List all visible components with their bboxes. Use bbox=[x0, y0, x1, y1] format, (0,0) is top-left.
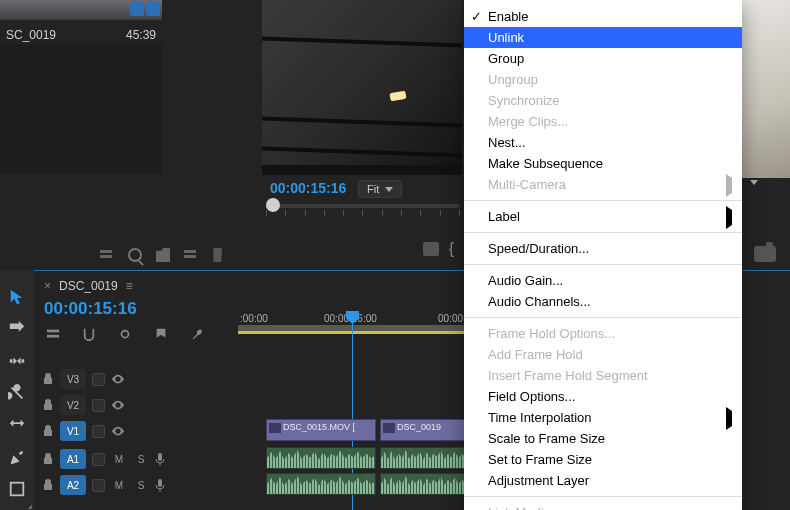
panel-menu-icon[interactable]: ≡ bbox=[126, 279, 133, 293]
selection-tool-icon[interactable] bbox=[7, 288, 27, 306]
slip-tool-icon[interactable] bbox=[7, 416, 27, 434]
eye-icon[interactable] bbox=[111, 374, 125, 384]
trash-icon[interactable] bbox=[212, 248, 223, 262]
bin-clip-row[interactable]: SC_0019 45:39 bbox=[0, 24, 162, 46]
voiceover-mic-icon[interactable] bbox=[155, 478, 165, 492]
ripple-edit-tool-icon[interactable] bbox=[7, 352, 27, 370]
sync-lock-icon[interactable] bbox=[92, 425, 105, 438]
mark-in-icon[interactable]: { bbox=[449, 240, 454, 258]
context-menu-item[interactable]: Set to Frame Size bbox=[464, 449, 742, 470]
svg-rect-5 bbox=[158, 479, 162, 487]
bin-thumbnail[interactable] bbox=[0, 0, 162, 20]
audio-clip[interactable] bbox=[266, 473, 376, 495]
context-menu-item[interactable]: Make Subsequence bbox=[464, 153, 742, 174]
voiceover-mic-icon[interactable] bbox=[155, 452, 165, 466]
context-menu-item[interactable]: Audio Channels... bbox=[464, 291, 742, 312]
work-area-bar[interactable] bbox=[238, 331, 498, 334]
menu-item-label: Label bbox=[488, 209, 520, 224]
add-marker-icon[interactable] bbox=[423, 242, 439, 256]
scrub-playhead[interactable] bbox=[266, 198, 280, 212]
menu-separator bbox=[464, 317, 742, 318]
solo-button[interactable]: S bbox=[133, 480, 149, 491]
snap-icon[interactable] bbox=[82, 327, 96, 341]
sync-lock-icon[interactable] bbox=[92, 373, 105, 386]
audio-clip[interactable] bbox=[266, 447, 376, 469]
track-toggle[interactable]: V1 bbox=[60, 421, 86, 441]
video-badge-icon bbox=[146, 2, 160, 16]
new-bin-icon[interactable] bbox=[156, 248, 170, 262]
eye-icon[interactable] bbox=[111, 400, 125, 410]
context-menu-item[interactable]: Time Interpolation bbox=[464, 407, 742, 428]
close-tab-icon[interactable]: × bbox=[44, 279, 51, 293]
menu-separator bbox=[464, 496, 742, 497]
context-menu-item[interactable]: Audio Gain... bbox=[464, 270, 742, 291]
pen-tool-icon[interactable] bbox=[7, 448, 27, 466]
track-select-tool-icon[interactable] bbox=[7, 320, 27, 338]
context-menu-item[interactable]: ✓Enable bbox=[464, 6, 742, 27]
new-item-icon[interactable] bbox=[184, 248, 198, 262]
context-menu-item[interactable]: Field Options... bbox=[464, 386, 742, 407]
zoom-fit-dropdown[interactable]: Fit bbox=[358, 180, 402, 198]
source-scrub-bar[interactable] bbox=[266, 204, 460, 220]
track-header-a1[interactable]: A1 M S bbox=[42, 447, 165, 471]
list-view-icon[interactable] bbox=[100, 248, 114, 262]
razor-tool-icon[interactable] bbox=[7, 384, 27, 402]
menu-item-label: Set to Frame Size bbox=[488, 452, 592, 467]
track-toggle[interactable]: A2 bbox=[60, 475, 86, 495]
context-menu-item[interactable]: Group bbox=[464, 48, 742, 69]
video-clip[interactable]: DSC_0019 bbox=[380, 419, 470, 441]
track-header-v2[interactable]: V2 bbox=[42, 393, 125, 417]
context-menu-item[interactable]: Unlink bbox=[464, 27, 742, 48]
video-clip[interactable]: DSC_0015.MOV [ bbox=[266, 419, 376, 441]
marker-icon[interactable] bbox=[154, 327, 168, 341]
menu-item-label: Audio Gain... bbox=[488, 273, 563, 288]
chevron-down-icon[interactable] bbox=[750, 180, 758, 185]
program-monitor[interactable] bbox=[736, 0, 790, 178]
lock-icon[interactable] bbox=[42, 479, 54, 491]
lock-icon[interactable] bbox=[42, 425, 54, 437]
submenu-arrow-icon bbox=[726, 210, 732, 225]
sequence-tab[interactable]: × DSC_0019 ≡ bbox=[44, 279, 133, 293]
nest-icon[interactable] bbox=[46, 327, 60, 341]
bin-empty-area[interactable] bbox=[0, 44, 162, 174]
sync-lock-icon[interactable] bbox=[92, 399, 105, 412]
context-menu-item[interactable]: Speed/Duration... bbox=[464, 238, 742, 259]
hand-tool-icon[interactable] bbox=[7, 480, 27, 498]
context-menu: ✓EnableUnlinkGroupUngroupSynchronizeMerg… bbox=[464, 0, 742, 510]
lock-icon[interactable] bbox=[42, 453, 54, 465]
context-menu-item[interactable]: Nest... bbox=[464, 132, 742, 153]
sync-lock-icon[interactable] bbox=[92, 479, 105, 492]
context-menu-item: Link Media... bbox=[464, 502, 742, 510]
context-menu-item: Multi-Camera bbox=[464, 174, 742, 195]
context-menu-item[interactable]: Label bbox=[464, 206, 742, 227]
audio-clip[interactable] bbox=[380, 447, 470, 469]
search-icon[interactable] bbox=[128, 248, 142, 262]
linked-selection-icon[interactable] bbox=[118, 327, 132, 341]
track-toggle[interactable]: V3 bbox=[60, 369, 86, 389]
track-header-v3[interactable]: V3 bbox=[42, 367, 125, 391]
audio-clip[interactable] bbox=[380, 473, 470, 495]
menu-separator bbox=[464, 264, 742, 265]
mute-button[interactable]: M bbox=[111, 480, 127, 491]
solo-button[interactable]: S bbox=[133, 454, 149, 465]
track-header-a2[interactable]: A2 M S bbox=[42, 473, 165, 497]
lock-icon[interactable] bbox=[42, 373, 54, 385]
svg-rect-2 bbox=[47, 330, 59, 333]
fx-badge-icon bbox=[383, 423, 395, 433]
mute-button[interactable]: M bbox=[111, 454, 127, 465]
context-menu-item[interactable]: Adjustment Layer bbox=[464, 470, 742, 491]
source-timecode[interactable]: 00:00:15:16 bbox=[270, 180, 346, 196]
source-monitor[interactable] bbox=[262, 0, 462, 175]
eye-icon[interactable] bbox=[111, 426, 125, 436]
lock-icon[interactable] bbox=[42, 399, 54, 411]
sequence-timecode[interactable]: 00:00:15:16 bbox=[44, 299, 137, 319]
waveform-icon bbox=[267, 474, 375, 494]
track-header-v1[interactable]: V1 bbox=[42, 419, 125, 443]
context-menu-item[interactable]: Scale to Frame Size bbox=[464, 428, 742, 449]
track-toggle[interactable]: V2 bbox=[60, 395, 86, 415]
check-icon: ✓ bbox=[471, 9, 482, 24]
export-frame-icon[interactable] bbox=[754, 246, 776, 262]
sync-lock-icon[interactable] bbox=[92, 453, 105, 466]
settings-wrench-icon[interactable] bbox=[190, 327, 204, 341]
track-toggle[interactable]: A1 bbox=[60, 449, 86, 469]
